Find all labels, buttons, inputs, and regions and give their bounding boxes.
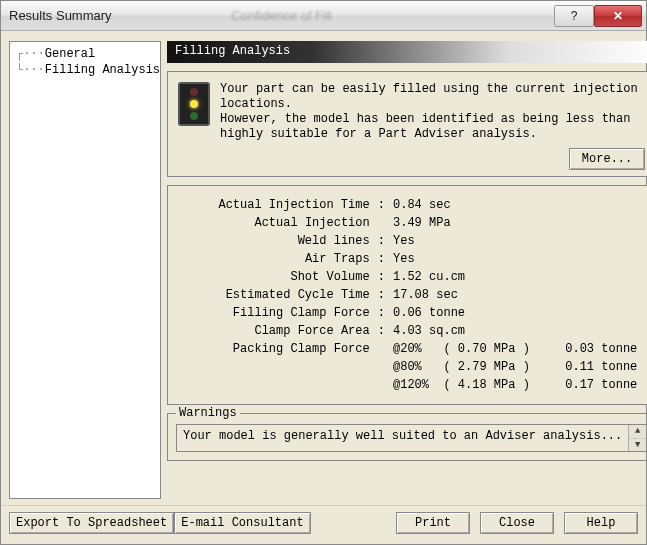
help-button[interactable]: Help (564, 512, 638, 534)
packing-tonne: 0.17 tonne (550, 376, 641, 394)
warnings-legend: Warnings (176, 406, 240, 420)
tree-item-label: General (45, 47, 95, 61)
stat-row: Clamp Force Area : 4.03 sq.cm (182, 322, 641, 340)
message-text: Your part can be easily filled using the… (220, 82, 645, 142)
stat-label: Filling Clamp Force (182, 304, 374, 322)
results-summary-window: Results Summary Confidence of Fill ? ✕ ┌… (0, 0, 647, 545)
stats-table: Actual Injection Time : 0.84 sec Actual … (182, 196, 641, 394)
message-group: Your part can be easily filled using the… (167, 71, 647, 177)
warnings-text: Your model is generally well suited to a… (177, 425, 628, 451)
close-button[interactable]: Close (480, 512, 554, 534)
packing-tonne: 0.03 tonne (550, 340, 641, 358)
tree-item-filling-analysis[interactable]: └···Filling Analysis (16, 62, 154, 78)
stat-row: Actual Injection 3.49 MPa (182, 214, 641, 232)
titlebar: Results Summary Confidence of Fill ? ✕ (1, 1, 646, 31)
stat-label: Packing Clamp Force (182, 340, 374, 358)
stat-value: 3.49 MPa (389, 214, 641, 232)
stat-value: 17.08 sec (389, 286, 641, 304)
section-header: Filling Analysis (167, 41, 647, 63)
email-consultant-button[interactable]: E-mail Consultant (174, 512, 310, 534)
stat-row: Actual Injection Time : 0.84 sec (182, 196, 641, 214)
stat-value: Yes (389, 250, 641, 268)
warnings-scrollbar[interactable]: ▲ ▼ (628, 425, 646, 451)
packing-pct: @120% (389, 376, 439, 394)
packing-row: @120% ( 4.18 MPa ) 0.17 tonne (182, 376, 641, 394)
stat-row: Weld lines : Yes (182, 232, 641, 250)
tree-item-general[interactable]: ┌···General (16, 46, 154, 62)
stat-value: 4.03 sq.cm (389, 322, 641, 340)
footer-bar: Export To Spreadsheet E-mail Consultant … (1, 505, 646, 544)
packing-mpa: ( 0.70 MPa ) (439, 340, 550, 358)
packing-row: Packing Clamp Force @20% ( 0.70 MPa ) 0.… (182, 340, 641, 358)
stat-label: Clamp Force Area (182, 322, 374, 340)
warnings-group: Warnings Your model is generally well su… (167, 413, 647, 461)
packing-row: @80% ( 2.79 MPa ) 0.11 tonne (182, 358, 641, 376)
stat-value: 0.84 sec (389, 196, 641, 214)
question-icon: ? (571, 9, 578, 23)
packing-pct: @20% (389, 340, 439, 358)
close-titlebar-button[interactable]: ✕ (594, 5, 642, 27)
titlebar-buttons: ? ✕ (554, 5, 642, 27)
scroll-down-icon[interactable]: ▼ (629, 439, 646, 452)
stat-label: Actual Injection (182, 214, 374, 232)
stat-label: Shot Volume (182, 268, 374, 286)
packing-tonne: 0.11 tonne (550, 358, 641, 376)
print-button[interactable]: Print (396, 512, 470, 534)
traffic-light-green (190, 112, 198, 120)
warnings-box: Your model is generally well suited to a… (176, 424, 647, 452)
stat-row: Filling Clamp Force : 0.06 tonne (182, 304, 641, 322)
tree-branch-icon: ┌··· (16, 47, 45, 61)
stat-value: 0.06 tonne (389, 304, 641, 322)
help-titlebar-button[interactable]: ? (554, 5, 594, 27)
titlebar-center-text: Confidence of Fill (191, 8, 373, 23)
more-button[interactable]: More... (569, 148, 645, 170)
stat-label: Weld lines (182, 232, 374, 250)
stat-value: Yes (389, 232, 641, 250)
stat-label: Air Traps (182, 250, 374, 268)
traffic-light-icon (178, 82, 210, 126)
navigation-tree[interactable]: ┌···General └···Filling Analysis (9, 41, 161, 499)
stats-group: Actual Injection Time : 0.84 sec Actual … (167, 185, 647, 405)
main-panel: Filling Analysis Your part can be easily… (167, 41, 647, 499)
packing-mpa: ( 4.18 MPa ) (439, 376, 550, 394)
packing-pct: @80% (389, 358, 439, 376)
packing-mpa: ( 2.79 MPa ) (439, 358, 550, 376)
stat-row: Estimated Cycle Time : 17.08 sec (182, 286, 641, 304)
stat-value: 1.52 cu.cm (389, 268, 641, 286)
traffic-light-yellow (190, 100, 198, 108)
close-icon: ✕ (613, 9, 623, 23)
traffic-light-red (190, 88, 198, 96)
stat-label: Actual Injection Time (182, 196, 374, 214)
scroll-up-icon[interactable]: ▲ (629, 425, 646, 439)
tree-branch-icon: └··· (16, 63, 45, 77)
export-spreadsheet-button[interactable]: Export To Spreadsheet (9, 512, 174, 534)
tree-item-label: Filling Analysis (45, 63, 160, 77)
window-title: Results Summary (9, 8, 191, 23)
section-header-label: Filling Analysis (175, 44, 290, 58)
stat-row: Shot Volume : 1.52 cu.cm (182, 268, 641, 286)
stat-row: Air Traps : Yes (182, 250, 641, 268)
stat-label: Estimated Cycle Time (182, 286, 374, 304)
